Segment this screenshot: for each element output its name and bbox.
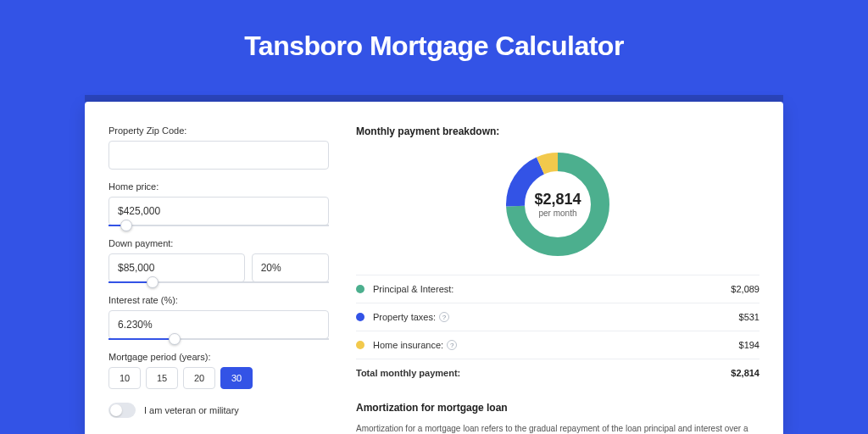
rate-input[interactable] <box>108 310 329 339</box>
legend-row-principal: Principal & Interest: $2,089 <box>356 275 760 303</box>
period-option-30[interactable]: 30 <box>220 367 253 389</box>
calculator-card: Property Zip Code: Home price: Down paym… <box>85 102 783 434</box>
legend-row-total: Total monthly payment: $2,814 <box>356 359 760 387</box>
period-group: Mortgage period (years): 10 15 20 30 <box>108 352 329 389</box>
donut-chart-wrap: $2,814 per month <box>356 149 760 259</box>
price-label: Home price: <box>108 181 329 192</box>
legend-value-total: $2,814 <box>731 368 760 378</box>
down-slider-thumb[interactable] <box>147 276 159 288</box>
period-option-20[interactable]: 20 <box>183 367 215 389</box>
period-segmented: 10 15 20 30 <box>108 367 329 389</box>
amortization-section: Amortization for mortgage loan Amortizat… <box>356 402 760 434</box>
donut-center-value: $2,814 <box>534 191 581 209</box>
page-title: Tansboro Mortgage Calculator <box>0 0 868 62</box>
period-label: Mortgage period (years): <box>108 352 329 362</box>
legend-dot-insurance <box>356 341 364 349</box>
zip-label: Property Zip Code: <box>108 125 329 136</box>
legend-dot-principal <box>356 285 364 293</box>
breakdown-panel: Monthly payment breakdown: $2,814 per mo… <box>356 125 760 434</box>
page-background: Tansboro Mortgage Calculator Property Zi… <box>0 0 868 434</box>
rate-slider[interactable] <box>108 338 329 340</box>
form-panel: Property Zip Code: Home price: Down paym… <box>108 125 329 434</box>
veteran-row: I am veteran or military <box>108 403 329 418</box>
donut-center-sub: per month <box>538 209 576 218</box>
legend-dot-taxes <box>356 313 364 321</box>
zip-input[interactable] <box>108 141 329 170</box>
price-group: Home price: <box>108 181 329 226</box>
card-shadow <box>85 95 783 102</box>
zip-group: Property Zip Code: <box>108 125 329 170</box>
legend-value-principal: $2,089 <box>731 284 760 294</box>
price-input[interactable] <box>108 197 329 225</box>
price-slider[interactable] <box>108 225 329 226</box>
rate-slider-thumb[interactable] <box>169 333 181 345</box>
legend: Principal & Interest: $2,089 Property ta… <box>356 275 760 387</box>
legend-label-principal: Principal & Interest: <box>373 284 731 294</box>
rate-slider-fill <box>108 338 175 340</box>
veteran-label: I am veteran or military <box>144 405 239 415</box>
legend-label-total: Total monthly payment: <box>356 368 731 378</box>
down-group: Down payment: <box>108 238 329 283</box>
veteran-toggle[interactable] <box>108 403 136 418</box>
legend-value-taxes: $531 <box>739 312 760 322</box>
amortization-body: Amortization for a mortgage loan refers … <box>356 422 760 434</box>
legend-row-taxes: Property taxes: ? $531 <box>356 303 760 331</box>
rate-group: Interest rate (%): <box>108 295 329 340</box>
legend-value-insurance: $194 <box>739 340 760 350</box>
breakdown-title: Monthly payment breakdown: <box>356 125 760 137</box>
rate-label: Interest rate (%): <box>108 295 329 305</box>
donut-chart: $2,814 per month <box>503 149 613 259</box>
veteran-toggle-knob <box>110 404 122 416</box>
down-amount-input[interactable] <box>108 253 245 282</box>
legend-row-insurance: Home insurance: ? $194 <box>356 331 760 359</box>
period-option-10[interactable]: 10 <box>108 367 141 389</box>
help-icon[interactable]: ? <box>447 340 457 350</box>
donut-center: $2,814 per month <box>503 149 613 259</box>
down-pct-input[interactable] <box>252 253 329 282</box>
legend-label-taxes: Property taxes: ? <box>373 312 739 322</box>
amortization-title: Amortization for mortgage loan <box>356 402 760 414</box>
down-label: Down payment: <box>108 238 329 248</box>
period-option-15[interactable]: 15 <box>146 367 178 389</box>
down-slider[interactable] <box>108 281 329 283</box>
price-slider-thumb[interactable] <box>120 220 132 231</box>
legend-label-insurance: Home insurance: ? <box>373 340 739 350</box>
help-icon[interactable]: ? <box>439 312 449 322</box>
